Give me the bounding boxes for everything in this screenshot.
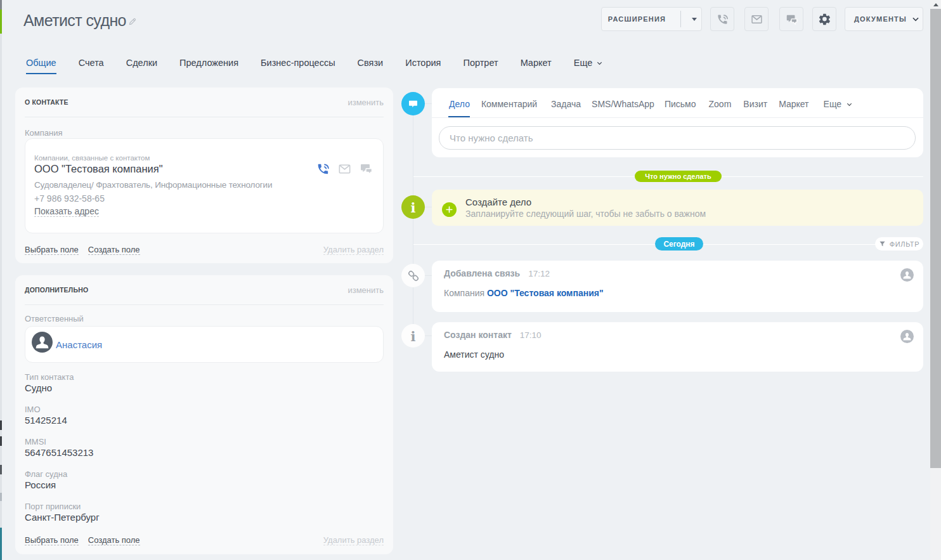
tab-label: Бизнес-процессы [261,58,335,68]
tab-svyazi[interactable]: Связи [358,58,384,74]
entry-header: Создан контакт 17:10 [444,330,914,340]
delete-section-link[interactable]: Удалить раздел [323,245,384,255]
divider [25,304,384,305]
tab-predlozheniya[interactable]: Предложения [179,58,238,74]
left-menu-edge [0,0,2,560]
svg-text:i: i [411,329,416,344]
entry-time: 17:10 [520,330,542,340]
divider [432,117,923,118]
chat-icon[interactable] [359,162,373,176]
settings-button[interactable] [812,7,836,31]
tab-scheta[interactable]: Счета [79,58,104,74]
quick-task-button[interactable]: Что нужно сделать [635,171,722,182]
tl-tab-kommentarij[interactable]: Комментарий [481,99,537,109]
chevron-down-icon [846,99,853,109]
tab-label: Маркет [779,99,808,109]
tl-tab-sms[interactable]: SMS/WhatsApp [592,99,654,109]
edit-link[interactable]: изменить [347,98,384,107]
additional-card: ДОПОЛНИТЕЛЬНО изменить Ответственный Ана… [15,275,393,554]
tl-tab-pismo[interactable]: Письмо [665,99,696,109]
tab-label: Связи [358,58,384,68]
documents-label: ДОКУМЕНТЫ [854,15,907,23]
tab-label: Письмо [665,99,696,109]
mail-button[interactable] [744,7,769,31]
tl-tab-market[interactable]: Маркет [779,99,808,109]
todo-input[interactable]: Что нужно сделать [439,126,916,150]
delete-section-link[interactable]: Удалить раздел [323,535,384,545]
tab-market[interactable]: Маркет [521,58,552,74]
company-contact-icons [316,162,373,176]
tab-label: Общие [26,58,56,68]
timeline-connector [424,335,432,336]
show-address-link[interactable]: Показать адрес [34,206,99,217]
tab-obschie[interactable]: Общие [26,58,56,74]
tab-label: Zoom [709,99,732,109]
filter-label: ФИЛЬТР [890,240,919,248]
tab-label: Маркет [521,58,552,68]
timeline-info-icon: i [401,195,425,219]
field-links-row: Выбрать поле Создать поле Удалить раздел [25,535,384,545]
show-address-row: Показать адрес [34,204,372,217]
menu-edge-segment [0,528,2,560]
today-badge[interactable]: Сегодня [655,237,703,251]
chat-button[interactable] [779,7,803,31]
tab-biznes-processy[interactable]: Бизнес-процессы [261,58,335,74]
section-title: О КОНТАКТЕ [25,98,68,106]
tab-sdelki[interactable]: Сделки [126,58,157,74]
responsible-name-link[interactable]: Анастасия [56,339,102,350]
documents-button[interactable]: ДОКУМЕНТЫ [845,7,923,31]
menu-edge-segment [0,436,2,446]
divider [25,117,384,117]
entry-body: Аметист судно [444,349,504,360]
page-title: Аметист судно [23,11,126,30]
tab-istoriya[interactable]: История [405,58,441,74]
svg-text:i: i [411,200,416,216]
field-label: Тип контакта [25,372,384,382]
company-field-label: Компания [25,128,384,138]
scrollbar-up-arrow[interactable] [930,0,941,9]
company-industry: Судовладелец/ Фрахтователь, Информационн… [34,180,372,190]
tab-label: Портрет [463,58,498,68]
field-links-row: Выбрать поле Создать поле Удалить раздел [25,245,384,255]
tab-portret[interactable]: Портрет [463,58,498,74]
select-field-link[interactable]: Выбрать поле [25,245,79,255]
about-contact-card: О КОНТАКТЕ изменить Компания Компании, с… [15,88,393,263]
gear-icon [818,13,831,26]
create-field-link[interactable]: Создать поле [88,245,140,255]
create-field-link[interactable]: Создать поле [88,535,140,545]
timeline-connector [424,207,432,207]
edit-link[interactable]: изменить [347,285,384,295]
hint-title: Создайте дело [465,197,706,207]
section-title: ДОПОЛНИТЕЛЬНО [25,286,88,294]
tl-tab-zoom[interactable]: Zoom [709,99,732,109]
tl-tab-delo[interactable]: Дело [449,99,470,109]
phone-icon[interactable] [316,162,330,176]
field-group: MMSI 5647651453213 [25,437,384,458]
tab-label: Визит [743,99,767,109]
company-link[interactable]: ООО "Тестовая компания" [487,288,604,298]
plus-icon[interactable] [442,202,457,217]
mail-icon[interactable] [337,162,352,176]
scrollbar[interactable] [930,0,941,560]
funnel-icon [879,240,886,247]
select-field-link[interactable]: Выбрать поле [25,535,79,545]
tl-tab-esche[interactable]: Еще [824,99,853,109]
tab-esche[interactable]: Еще [574,58,604,74]
avatar [32,332,53,353]
field-value: Россия [25,479,384,490]
dropdown-triangle-icon [692,18,697,21]
tl-tab-zadacha[interactable]: Задача [551,99,581,109]
divider [680,11,681,27]
company-phone: +7 986 932-58-65 [34,193,372,204]
scrollbar-thumb[interactable] [930,9,941,468]
timeline-connector [424,275,432,276]
filter-button[interactable]: ФИЛЬТР [875,237,923,251]
extensions-button[interactable]: РАСШИРЕНИЯ [601,7,702,31]
tl-tab-vizit[interactable]: Визит [743,99,767,109]
tab-label: SMS/WhatsApp [592,99,654,109]
timeline-chat-bubble-icon [401,92,425,115]
timeline-connector [424,103,432,104]
phone-icon [716,13,729,26]
call-button[interactable] [710,7,734,31]
edit-pencil-icon[interactable] [128,17,138,27]
